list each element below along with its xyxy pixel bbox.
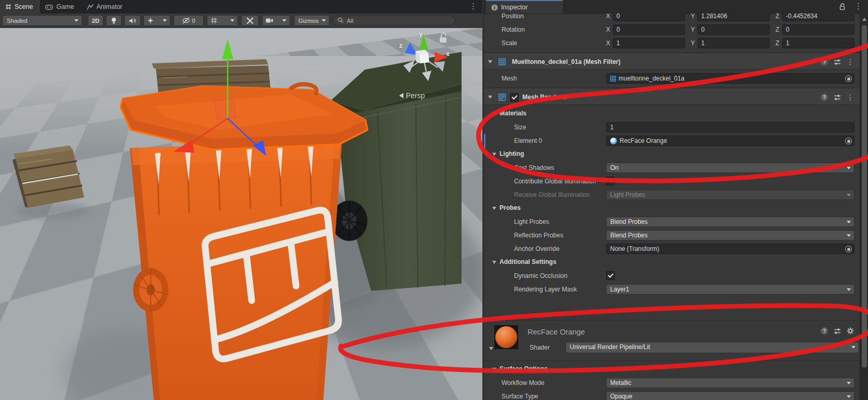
- scene-visibility-toggle-button[interactable]: 0: [174, 15, 204, 26]
- element0-object-field[interactable]: RecFace Orange: [606, 136, 854, 146]
- component-menu-icon[interactable]: ⋮: [847, 94, 854, 101]
- rotation-z-field[interactable]: 0: [782, 24, 854, 35]
- foldout-icon[interactable]: [492, 112, 496, 115]
- foldout-icon[interactable]: [488, 96, 492, 99]
- tab-inspector-label: Inspector: [501, 4, 528, 11]
- materials-foldout-row[interactable]: Materials: [484, 107, 860, 121]
- position-x-field[interactable]: 0: [613, 14, 685, 21]
- tab-game[interactable]: Game: [40, 0, 81, 14]
- workflow-mode-row: Workflow Mode Metallic: [484, 376, 860, 390]
- mesh-renderer-header[interactable]: Mesh Renderer ? ⋮: [484, 89, 860, 105]
- tab-scene[interactable]: Scene: [0, 0, 40, 14]
- material-body-divider: [484, 358, 860, 363]
- shading-mode-dropdown[interactable]: Shaded: [2, 15, 82, 26]
- anchor-override-value: None (Transform): [610, 244, 659, 254]
- position-y-field[interactable]: 1.281406: [698, 14, 770, 21]
- material-header[interactable]: RecFace Orange ? Shader Universal Render…: [484, 322, 860, 358]
- grid-visibility-dropdown[interactable]: [207, 15, 238, 26]
- rendering-layer-mask-dropdown[interactable]: Layer1: [606, 284, 854, 295]
- reflection-probes-dropdown[interactable]: Blend Probes: [606, 230, 854, 241]
- gizmo-plane-handle[interactable]: [214, 99, 236, 119]
- gear-icon[interactable]: [847, 327, 854, 335]
- scene-search-input[interactable]: All: [333, 16, 455, 25]
- workflow-mode-dropdown[interactable]: Metallic: [606, 378, 854, 388]
- probes-foldout-row[interactable]: Probes: [484, 202, 860, 215]
- camera-settings-dropdown[interactable]: [262, 15, 290, 26]
- inspector-lock-icon[interactable]: [839, 3, 846, 10]
- scale-z-field[interactable]: 1: [782, 38, 854, 48]
- rotation-y-field[interactable]: 0: [698, 24, 770, 35]
- inspector-menu-icon[interactable]: ⋮: [854, 1, 862, 11]
- contribute-gi-checkbox[interactable]: [606, 177, 615, 185]
- material-preview-thumbnail[interactable]: [494, 325, 518, 349]
- scene-effects-dropdown[interactable]: [143, 15, 170, 26]
- foldout-icon[interactable]: [488, 60, 492, 63]
- object-picker-icon[interactable]: [845, 75, 852, 82]
- scale-x-field[interactable]: 1: [613, 38, 685, 48]
- inspector-content: Position X 0 Y 1.281406 Z -0.4452634: [484, 14, 860, 400]
- orange-bin[interactable]: [130, 141, 342, 400]
- mesh-object-field[interactable]: muelltonne_deckel_01a: [606, 73, 854, 84]
- mesh-renderer-enabled-checkbox[interactable]: [510, 93, 519, 102]
- presets-icon[interactable]: [834, 59, 841, 65]
- tab-inspector[interactable]: Inspector: [486, 0, 563, 14]
- presets-icon[interactable]: [834, 328, 841, 335]
- lock-open-icon[interactable]: [440, 33, 446, 43]
- light-probes-row: Light Probes Blend Probes: [484, 215, 860, 229]
- component-tools-button[interactable]: [241, 15, 259, 26]
- 2d-toggle-button[interactable]: 2D: [88, 15, 103, 26]
- scroll-up-icon[interactable]: [862, 18, 866, 21]
- surface-type-dropdown[interactable]: Opaque: [606, 391, 854, 400]
- scene-viewport[interactable]: y z x Persp: [0, 28, 482, 400]
- chevron-down-icon: [847, 288, 851, 291]
- help-icon[interactable]: ?: [821, 58, 828, 65]
- gizmo-y-arrow[interactable]: [222, 39, 233, 59]
- orange-bin-lid[interactable]: [121, 84, 367, 150]
- cast-shadows-dropdown[interactable]: On: [606, 163, 854, 173]
- foldout-icon[interactable]: [492, 261, 496, 264]
- scene-lighting-toggle-button[interactable]: [106, 15, 122, 26]
- workflow-mode-value: Metallic: [610, 379, 632, 386]
- inspector-scrollbar[interactable]: [860, 14, 868, 400]
- surface-options-foldout-row[interactable]: Surface Options: [484, 363, 860, 376]
- surface-type-label: Surface Type: [502, 393, 538, 400]
- lighting-foldout-row[interactable]: Lighting: [484, 148, 860, 161]
- position-z-field[interactable]: -0.4452634: [782, 14, 854, 21]
- gizmos-dropdown[interactable]: Gizmos: [294, 15, 330, 26]
- receive-gi-value: Light Probes: [610, 191, 645, 198]
- scale-x-cell: X 1: [606, 38, 685, 48]
- scale-y-field[interactable]: 1: [698, 38, 770, 48]
- tab-animator[interactable]: Animator: [82, 0, 130, 14]
- chevron-down-icon: [322, 19, 326, 22]
- scene-panel-menu-icon[interactable]: ⋮: [469, 1, 477, 11]
- light-probes-dropdown[interactable]: Blend Probes: [606, 217, 854, 227]
- shader-dropdown[interactable]: Universal Render Pipeline/Lit: [565, 342, 859, 353]
- scene-audio-toggle-button[interactable]: [124, 15, 141, 26]
- help-icon[interactable]: ?: [821, 327, 828, 335]
- foldout-icon[interactable]: [492, 153, 496, 156]
- lightbulb-icon: [111, 17, 117, 24]
- material-foldout-icon[interactable]: [489, 347, 493, 350]
- rotation-x-field[interactable]: 0: [613, 24, 685, 35]
- foldout-icon[interactable]: [492, 207, 496, 210]
- object-picker-icon[interactable]: [845, 246, 852, 252]
- mesh-filter-header[interactable]: Muelltonne_deckel_01a (Mesh Filter) ? ⋮: [484, 54, 860, 70]
- component-menu-icon[interactable]: ⋮: [847, 58, 854, 65]
- chevron-down-icon: [282, 19, 286, 22]
- anchor-override-field[interactable]: None (Transform): [606, 244, 854, 254]
- crate-left[interactable]: [12, 145, 84, 208]
- scrollbar-thumb[interactable]: [862, 25, 867, 368]
- mesh-renderer-icon: [498, 94, 506, 101]
- foldout-icon[interactable]: [492, 368, 496, 371]
- help-icon[interactable]: ?: [821, 94, 828, 101]
- size-field[interactable]: 1: [606, 122, 854, 132]
- object-picker-icon[interactable]: [845, 138, 852, 144]
- search-icon: [337, 17, 344, 24]
- additional-settings-foldout-row[interactable]: Additional Settings: [484, 256, 860, 269]
- cast-shadows-value: On: [610, 164, 619, 171]
- material-divider: [484, 318, 860, 322]
- dynamic-occlusion-checkbox[interactable]: [606, 271, 615, 280]
- perspective-toggle[interactable]: Persp: [399, 91, 425, 100]
- eye-slash-icon: [182, 17, 190, 24]
- presets-icon[interactable]: [834, 94, 841, 101]
